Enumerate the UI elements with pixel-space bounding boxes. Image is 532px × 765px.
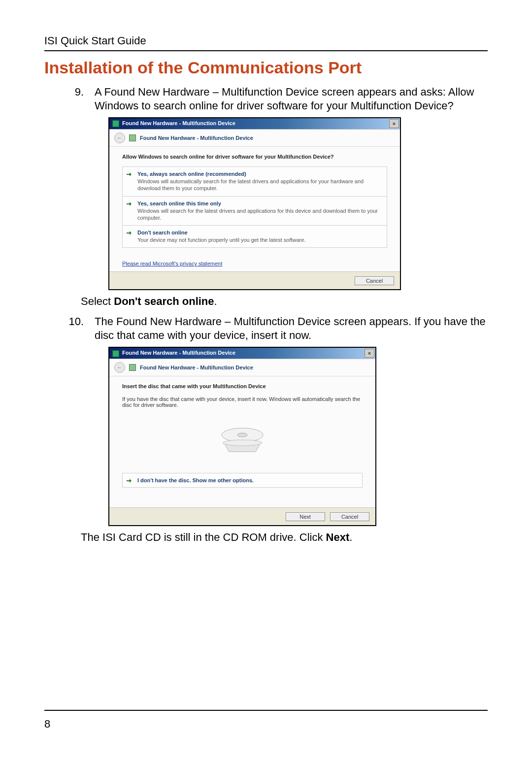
window-icon xyxy=(112,350,119,357)
step-9-instruction-prefix: Select xyxy=(81,295,114,307)
dialog-found-new-hardware-2: Found New Hardware - Multifunction Devic… xyxy=(108,347,376,526)
step-10: The Found New Hardware – Multifunction D… xyxy=(86,315,488,342)
option-desc: Your device may not function properly un… xyxy=(137,236,382,243)
option-title: I don't have the disc. Show me other opt… xyxy=(137,477,254,483)
step-9-text: A Found New Hardware – Multifunction Dev… xyxy=(95,86,474,112)
device-icon xyxy=(129,364,136,371)
arrow-icon xyxy=(127,230,133,236)
svg-point-2 xyxy=(223,440,262,446)
step-9-instruction-suffix: . xyxy=(214,295,217,307)
window-title: Found New Hardware - Multifunction Devic… xyxy=(122,120,235,126)
window-icon xyxy=(112,120,119,127)
titlebar: Found New Hardware - Multifunction Devic… xyxy=(109,348,375,359)
option-title: Don't search online xyxy=(137,230,382,235)
arrow-icon xyxy=(127,171,133,177)
option-title: Yes, always search online (recommended) xyxy=(137,171,382,177)
dialog-header-text: Found New Hardware - Multifunction Devic… xyxy=(140,365,253,370)
option-no-disc[interactable]: I don't have the disc. Show me other opt… xyxy=(122,473,363,488)
dialog-header-text: Found New Hardware - Multifunction Devic… xyxy=(140,135,253,141)
back-button[interactable]: ← xyxy=(114,133,125,143)
cd-illustration xyxy=(122,411,363,470)
option-title: Yes, search online this time only xyxy=(137,200,382,206)
device-icon xyxy=(129,134,136,141)
page-title: Installation of the Communications Port xyxy=(44,58,488,77)
close-icon[interactable]: × xyxy=(365,349,374,358)
step-10-text: The Found New Hardware – Multifunction D… xyxy=(95,315,486,341)
running-header: ISI Quick Start Guide xyxy=(44,34,488,47)
next-button[interactable]: Next xyxy=(286,512,325,521)
option-this-time-only[interactable]: Yes, search online this time only Window… xyxy=(122,196,387,226)
titlebar: Found New Hardware - Multifunction Devic… xyxy=(109,118,400,129)
svg-point-1 xyxy=(237,433,247,437)
close-icon[interactable]: × xyxy=(389,119,399,128)
step-10-instruction-bold: Next xyxy=(326,531,350,543)
dialog-prompt: Allow Windows to search online for drive… xyxy=(122,154,387,160)
option-desc: Windows will search for the latest drive… xyxy=(137,207,382,222)
footer-divider xyxy=(44,710,488,711)
dialog-found-new-hardware-1: Found New Hardware - Multifunction Devic… xyxy=(108,117,401,290)
page-number: 8 xyxy=(44,718,50,731)
dialog-prompt: Insert the disc that came with your Mult… xyxy=(122,383,363,389)
step-10-instruction-prefix: The ISI Card CD is still in the CD ROM d… xyxy=(81,531,326,543)
step-10-instruction-suffix: . xyxy=(349,531,352,543)
step-9-instruction-bold: Don't search online xyxy=(114,295,214,307)
window-title: Found New Hardware - Multifunction Devic… xyxy=(122,350,235,356)
arrow-icon xyxy=(127,201,133,207)
back-button[interactable]: ← xyxy=(114,362,125,373)
divider xyxy=(44,50,488,51)
step-9: A Found New Hardware – Multifunction Dev… xyxy=(86,85,488,112)
cancel-button[interactable]: Cancel xyxy=(355,276,394,285)
arrow-icon xyxy=(127,478,133,484)
option-always-search[interactable]: Yes, always search online (recommended) … xyxy=(122,166,387,196)
cancel-button[interactable]: Cancel xyxy=(330,512,369,521)
privacy-link[interactable]: Please read Microsoft's privacy statemen… xyxy=(122,261,222,266)
dialog-desc: If you have the disc that came with your… xyxy=(122,396,363,408)
option-desc: Windows will automatically search for th… xyxy=(137,178,382,192)
option-dont-search[interactable]: Don't search online Your device may not … xyxy=(122,225,387,248)
